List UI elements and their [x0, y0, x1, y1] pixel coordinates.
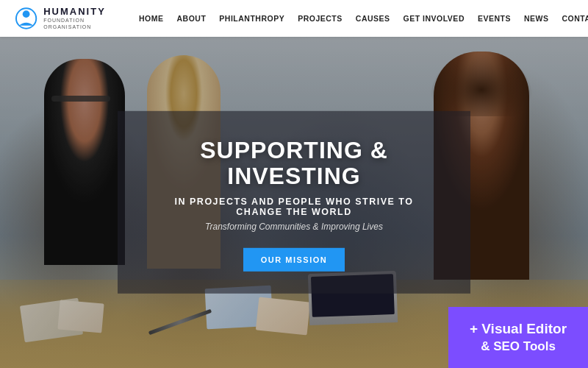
badge-line1: + Visual Editor	[465, 320, 572, 339]
logo-icon	[15, 7, 37, 30]
hero-title: SUPPORTING & INVESTING	[154, 138, 434, 189]
nav-causes[interactable]: CAUSES	[349, 14, 397, 23]
svg-point-1	[23, 10, 30, 18]
main-nav: HOME ABOUT PHILANTHROPY PROJECTS CAUSES …	[132, 9, 588, 28]
logo-title: HUMANITY	[43, 7, 132, 16]
hero-content-box: SUPPORTING & INVESTING IN PROJECTS AND P…	[118, 111, 470, 294]
nav-about[interactable]: ABOUT	[171, 14, 213, 23]
nav-news[interactable]: NEWS	[517, 14, 556, 23]
logo-subtitle: FOUNDATION ORGANISATION	[43, 18, 132, 30]
header: HUMANITY FOUNDATION ORGANISATION HOME AB…	[0, 0, 588, 37]
our-mission-button[interactable]: OUR MISSION	[243, 248, 345, 272]
nav-events[interactable]: EVENTS	[471, 14, 517, 23]
badge-line2: & SEO Tools	[465, 339, 572, 355]
hero-section: SUPPORTING & INVESTING IN PROJECTS AND P…	[0, 37, 588, 368]
nav-projects[interactable]: PROJECTS	[291, 14, 349, 23]
promo-badge: + Visual Editor & SEO Tools	[448, 307, 588, 368]
nav-contact[interactable]: CONTACT	[555, 14, 588, 23]
nav-get-involved[interactable]: GET INVOLVED	[397, 14, 471, 23]
hero-tagline: Transforming Communities & Improving Liv…	[154, 222, 434, 232]
logo-text: HUMANITY FOUNDATION ORGANISATION	[43, 7, 132, 30]
nav-home[interactable]: HOME	[132, 14, 171, 23]
logo[interactable]: HUMANITY FOUNDATION ORGANISATION	[15, 7, 132, 30]
nav-philanthropy[interactable]: PHILANTHROPY	[212, 14, 291, 23]
hero-subtitle: IN PROJECTS AND PEOPLE WHO STRIVE TO CHA…	[154, 197, 434, 217]
